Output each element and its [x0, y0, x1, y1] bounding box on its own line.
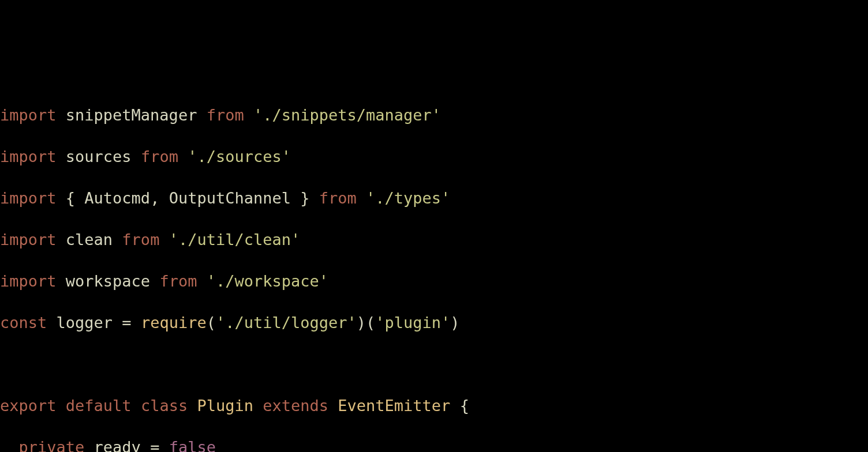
code-line: import { Autocmd, OutputChannel } from '… [0, 188, 868, 209]
code-line: import sources from './sources' [0, 146, 868, 167]
keyword-const: const [0, 314, 47, 332]
code-line: export default class Plugin extends Even… [0, 396, 868, 416]
keyword-import: import [0, 106, 57, 124]
code-line: import workspace from './workspace' [0, 271, 868, 292]
keyword-class: class [141, 397, 188, 415]
keyword-from: from [207, 106, 244, 124]
code-editor[interactable]: import snippetManager from './snippets/m… [0, 83, 868, 452]
keyword-extends: extends [263, 397, 328, 415]
keyword-export: export [0, 397, 57, 415]
func-require: require [141, 314, 207, 332]
code-line: const logger = require('./util/logger')(… [0, 312, 868, 333]
code-line: import snippetManager from './snippets/m… [0, 105, 868, 126]
code-line-blank [0, 354, 868, 375]
string-path: './snippets/manager' [253, 106, 441, 124]
type-Plugin: Plugin [197, 397, 253, 415]
type-EventEmitter: EventEmitter [338, 397, 450, 415]
ident-snippetManager: snippetManager [66, 106, 197, 124]
keyword-default: default [66, 397, 132, 415]
code-line: import clean from './util/clean' [0, 229, 868, 250]
keyword-private: private [19, 438, 85, 452]
boolean-false: false [169, 438, 216, 452]
code-line: private ready = false [0, 437, 868, 452]
